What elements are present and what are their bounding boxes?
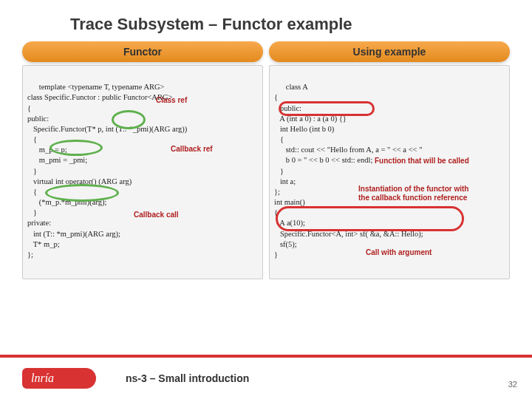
annot-funccalled: Function that will be called bbox=[375, 156, 469, 166]
footer-text: ns-3 – Small introduction bbox=[126, 372, 249, 384]
left-column: Functor template <typename T, typename A… bbox=[22, 41, 263, 279]
annot-classref: Class ref bbox=[156, 95, 187, 106]
left-code-text: template <typename T, typename ARG> clas… bbox=[27, 83, 187, 259]
circle-callbackcall bbox=[45, 184, 119, 202]
slide-title: Trace Subsystem – Functor example bbox=[0, 0, 532, 41]
circle-constructor bbox=[279, 101, 375, 116]
right-header: Using example bbox=[269, 41, 510, 62]
right-code: class A { public: A (int a 0) : a (a 0) … bbox=[269, 65, 510, 279]
columns-container: Functor template <typename T, typename A… bbox=[0, 41, 532, 279]
right-column: Using example class A { public: A (int a… bbox=[269, 41, 510, 279]
annot-callbackref: Callback ref bbox=[171, 144, 213, 154]
left-code: template <typename T, typename ARG> clas… bbox=[22, 65, 263, 279]
footer: lnría ns-3 – Small introduction 32 bbox=[0, 355, 532, 399]
logo: lnría bbox=[22, 365, 111, 392]
circle-classref bbox=[112, 110, 146, 129]
page-number: 32 bbox=[508, 380, 517, 389]
logo-shape: lnría bbox=[22, 368, 96, 389]
circle-callbackref bbox=[50, 140, 103, 156]
left-header: Functor bbox=[22, 41, 263, 62]
annot-inst2: the callback function reference bbox=[358, 193, 467, 203]
annot-callarg: Call with argument bbox=[366, 248, 432, 258]
circle-instantiation bbox=[276, 206, 464, 231]
annot-callbackcall: Callback call bbox=[134, 210, 179, 220]
